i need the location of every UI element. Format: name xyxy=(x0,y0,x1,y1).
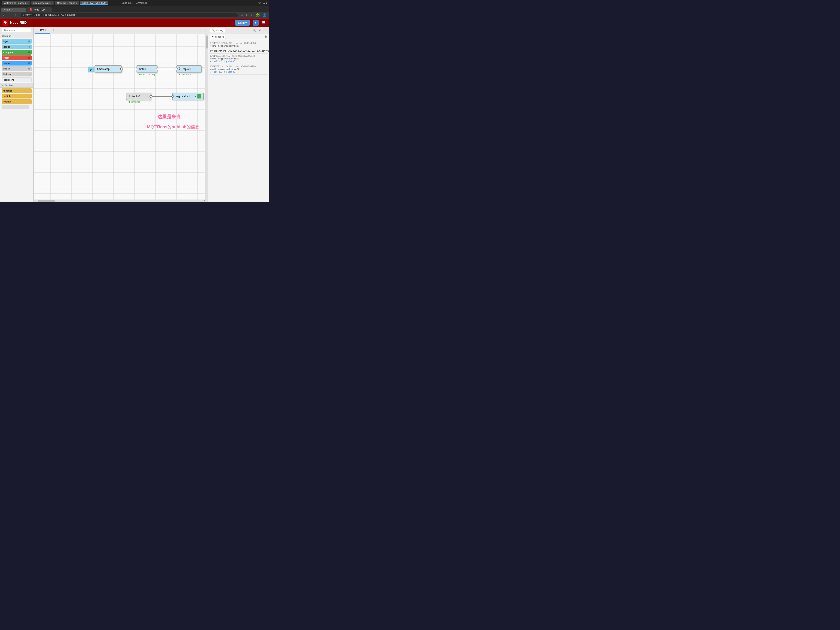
extensions-button[interactable]: 🧩 xyxy=(255,13,261,17)
zoom-reset-button[interactable]: ○ xyxy=(202,200,204,202)
sht31-status: SHT31[Tc°:21] xyxy=(139,74,155,76)
palette-node-linkout[interactable]: link out ≡ xyxy=(2,72,32,76)
debug-help-button[interactable]: 📖 xyxy=(245,28,251,32)
browser-tab-1[interactable]: 🔴 Node-RED ✕ xyxy=(27,7,52,12)
debug-menu-button[interactable]: ≡ xyxy=(263,28,267,32)
ext-btn-u[interactable]: U xyxy=(250,13,254,17)
flow-tab-1[interactable]: Flow 1 xyxy=(35,27,50,33)
palette-section-function-toggle[interactable]: ▼ function xyxy=(0,83,33,88)
debug-tab-button[interactable]: 🐛 debug xyxy=(210,28,225,33)
profile-button[interactable]: 👤 xyxy=(262,13,267,17)
deploy-label: Deploy xyxy=(238,21,246,24)
topic1in-status-text: connected xyxy=(131,101,140,103)
canvas-node-topic1-in[interactable]: 》 topic/1 connected xyxy=(126,93,151,100)
debug-clear-button[interactable]: 🗑 xyxy=(264,35,267,38)
palette-node-change[interactable]: change xyxy=(2,99,32,104)
flow-tabs: Flow 1 + ≡ xyxy=(33,27,208,34)
tab0-close[interactable]: ✕ xyxy=(11,9,13,11)
back-button[interactable]: ← xyxy=(2,13,6,17)
browser-chrome: w Tab ✕ 🔴 Node-RED ✕ + ← → ↻ ℹ http://12… xyxy=(0,6,269,19)
palette-node-linkin-label: link in xyxy=(3,68,10,70)
tab1-icon: 🔴 xyxy=(29,8,32,11)
canvas-node-timestamp[interactable]: timestamp xyxy=(95,65,122,73)
palette-node-status[interactable]: status xyxy=(2,61,32,66)
palette-node-debug[interactable]: debug ≡ xyxy=(2,44,32,49)
palette-scrollbar xyxy=(2,105,29,109)
flow-area: Flow 1 + ≡ xyxy=(33,27,208,202)
new-tab-button[interactable]: + xyxy=(52,7,57,12)
palette-node-function-label: function xyxy=(3,90,13,92)
star-button[interactable]: ☆ xyxy=(240,13,244,17)
add-flow-tab-button[interactable]: + xyxy=(51,27,55,33)
debug-msg-0-content: " xyxy=(210,47,267,50)
sht31-label: Sht31 xyxy=(139,68,155,71)
palette-node-comment-label: comment xyxy=(3,79,14,81)
zoom-in-button[interactable]: + xyxy=(204,200,205,202)
taskbar-item-3[interactable]: Node-RED - Chromium xyxy=(80,1,108,5)
debug-msg-2-content[interactable]: ▶ "hello,I'm gada888..." xyxy=(210,71,267,73)
palette-node-inject[interactable]: inject xyxy=(2,39,32,44)
debug-search-button[interactable]: 🔍 xyxy=(251,28,257,32)
palette-node-complete[interactable]: complete xyxy=(2,50,32,55)
palette-filter-input[interactable] xyxy=(2,28,32,32)
tab1-close[interactable]: ✕ xyxy=(46,8,48,11)
refresh-button[interactable]: ↻ xyxy=(14,13,19,17)
msgpayload-label: msg.payload xyxy=(175,95,194,98)
palette-section-common: common xyxy=(0,34,33,38)
palette-node-linkout-label: link out xyxy=(3,73,11,76)
url-bar[interactable]: ℹ http://127.0.0.1:1880/#flow/c5b1a49a.b… xyxy=(20,13,238,17)
canvas-scrollbar-thumb-h[interactable] xyxy=(38,200,55,202)
palette-node-switch-label: switch xyxy=(3,95,11,98)
debug-filter-all-nodes-button[interactable]: ▼ all nodes xyxy=(210,35,226,39)
palette-node-catch[interactable]: catch xyxy=(2,55,32,60)
flow-tab-menu-button[interactable]: ≡ xyxy=(205,28,206,32)
taskbar-item-1[interactable]: pi@raspberrypi:... xyxy=(31,1,54,5)
nodered-header: Node-RED Deploy ▼ ☰ xyxy=(0,19,269,27)
forward-button[interactable]: → xyxy=(8,13,13,17)
ext-btn-h[interactable]: H xyxy=(245,13,249,17)
annotation-line2: MQTTlens的publish的信息 xyxy=(147,124,199,130)
canvas-node-msgpayload[interactable]: msg.payload ≡ xyxy=(172,93,204,100)
palette-node-change-label: change xyxy=(3,100,11,103)
browser-tabs: w Tab ✕ 🔴 Node-RED ✕ + xyxy=(0,6,269,12)
deploy-dropdown-button[interactable]: ▼ xyxy=(253,20,259,25)
logo-text: Node-RED xyxy=(10,21,27,25)
palette-node-complete-label: complete xyxy=(3,51,13,54)
debug-settings-button[interactable]: ⚙ xyxy=(258,28,262,32)
debug-msg-0-topic: topic/1 : msg.payload : string[81] xyxy=(210,45,267,47)
sht31-status-dot xyxy=(139,74,141,76)
canvas-scrollbar-h[interactable]: — ○ + xyxy=(33,199,205,202)
nodered-logo: Node-RED xyxy=(3,20,27,25)
canvas-node-sht31[interactable]: Sht31 SHT31[Tc°:21] xyxy=(136,65,158,73)
canvas-scrollbar-v[interactable] xyxy=(205,34,208,202)
palette-node-function[interactable]: function xyxy=(2,88,32,93)
connections-svg xyxy=(33,34,208,202)
debug-msg-1-content[interactable]: ▶ "hello,I'm gada888..." xyxy=(210,60,267,63)
debug-info-button[interactable]: i xyxy=(241,28,244,32)
inject-trigger-icon: ▷ xyxy=(90,68,92,71)
palette-node-catch-label: catch xyxy=(3,57,9,59)
canvas-scrollbar-thumb-v[interactable] xyxy=(205,36,208,49)
url-text: http://127.0.0.1:1880/#flow/c5b1a49a.bfb… xyxy=(25,14,75,17)
topic1out-status: connected xyxy=(179,74,191,76)
inject-right-port xyxy=(28,41,30,42)
header-menu-button[interactable]: ☰ xyxy=(261,19,266,26)
topic1in-status-dot xyxy=(128,101,130,103)
sht31-right-port xyxy=(156,68,158,70)
palette-sidebar: common inject debug ≡ complete catch xyxy=(0,27,33,202)
canvas-node-topic1-out[interactable]: 》 topic/1 connected xyxy=(177,65,202,73)
zoom-out-button[interactable]: — xyxy=(200,200,202,202)
debug-msg-2-topic: topic/1 : msg.payload : string[18] xyxy=(210,68,267,70)
deploy-button[interactable]: Deploy xyxy=(235,20,249,25)
taskbar-right: Vc ▲ ≡ xyxy=(259,2,267,4)
taskbar-item-2[interactable]: Node-RED console xyxy=(55,1,79,5)
flow-canvas[interactable]: ▷ timestamp Sht31 SHT31[Tc°:21] xyxy=(33,34,208,202)
topic1out-status-text: connected xyxy=(181,74,191,76)
palette-node-switch[interactable]: switch xyxy=(2,94,32,98)
taskbar-item-0[interactable]: Welcome to Raspberr... xyxy=(2,1,30,5)
palette-filter-area xyxy=(0,27,33,34)
inject-trigger-button[interactable]: ▷ xyxy=(88,66,94,73)
browser-tab-0[interactable]: w Tab ✕ xyxy=(1,8,26,12)
palette-node-comment[interactable]: comment xyxy=(2,77,32,82)
palette-node-linkin[interactable]: link in xyxy=(2,66,32,71)
